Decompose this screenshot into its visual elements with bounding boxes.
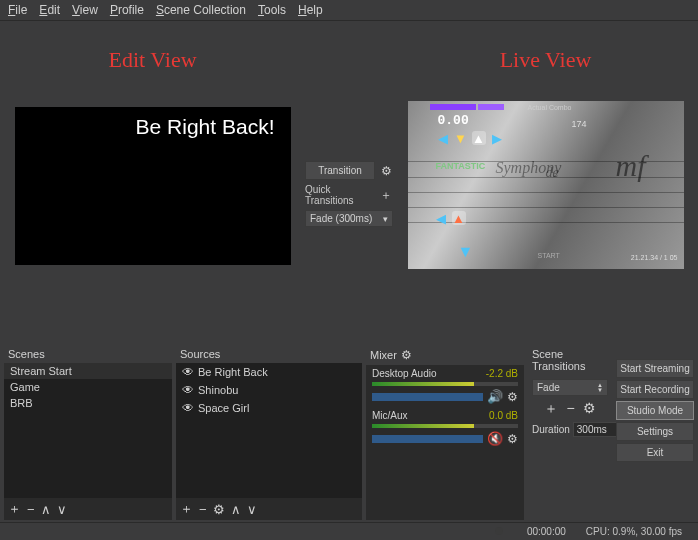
mixer-panel: Mixer⚙ Desktop Audio-2.2 dB 🔊⚙ Mic/Aux0.… bbox=[366, 345, 524, 520]
plus-icon[interactable]: ＋ bbox=[379, 188, 393, 202]
chevron-down-icon: ▾ bbox=[383, 214, 388, 224]
volume-slider[interactable] bbox=[372, 393, 483, 401]
menu-profile[interactable]: Profile bbox=[110, 3, 144, 17]
mixer-title: Mixer⚙ bbox=[366, 345, 524, 365]
controls-panel: Start Streaming Start Recording Studio M… bbox=[616, 345, 694, 520]
eye-icon[interactable]: 👁 bbox=[182, 401, 194, 415]
live-view-label: Live View bbox=[500, 47, 592, 73]
transition-settings-button[interactable]: ⚙ bbox=[583, 400, 596, 418]
quick-transition-value: Fade (300ms) bbox=[310, 213, 372, 224]
status-indicator bbox=[495, 526, 507, 537]
level-meter bbox=[372, 382, 518, 386]
channel-db: -2.2 dB bbox=[486, 368, 518, 379]
scene-transitions-panel: Scene Transitions Fade ▲▼ ＋ − ⚙ Duration… bbox=[528, 345, 612, 520]
eye-icon[interactable]: 👁 bbox=[182, 365, 194, 379]
preview-area: Edit View Be Right Back! Transition ⚙ Qu… bbox=[0, 21, 698, 343]
mixer-body: Desktop Audio-2.2 dB 🔊⚙ Mic/Aux0.0 dB 🔇⚙ bbox=[366, 365, 524, 520]
speaker-muted-icon[interactable]: 🔇 bbox=[487, 431, 503, 446]
move-down-button[interactable]: ∨ bbox=[247, 502, 257, 517]
add-scene-button[interactable]: ＋ bbox=[8, 500, 21, 518]
live-judgment: FANTASTIC bbox=[436, 161, 486, 171]
gear-icon[interactable]: ⚙ bbox=[401, 348, 412, 362]
channel-name: Desktop Audio bbox=[372, 368, 437, 379]
menu-scene-collection[interactable]: Scene Collection bbox=[156, 3, 246, 17]
duration-input[interactable] bbox=[573, 422, 619, 437]
source-settings-button[interactable]: ⚙ bbox=[213, 502, 225, 517]
transition-select[interactable]: Fade ▲▼ bbox=[532, 379, 608, 396]
live-score: 0.00 bbox=[438, 113, 469, 128]
chevron-updown-icon: ▲▼ bbox=[597, 383, 603, 393]
menu-tools[interactable]: Tools bbox=[258, 3, 286, 17]
edit-view-label: Edit View bbox=[108, 47, 196, 73]
settings-button[interactable]: Settings bbox=[616, 422, 694, 441]
arrow-down-icon: ▼ bbox=[454, 131, 468, 145]
exit-button[interactable]: Exit bbox=[616, 443, 694, 462]
scenes-list[interactable]: Stream Start Game BRB bbox=[4, 363, 172, 498]
remove-transition-button[interactable]: − bbox=[566, 400, 574, 418]
sources-list[interactable]: 👁Be Right Back 👁Shinobu 👁Space Girl bbox=[176, 363, 362, 498]
level-meter bbox=[372, 424, 518, 428]
edit-preview-column: Edit View Be Right Back! bbox=[0, 21, 305, 343]
live-receptors: ◀ ▼ ▲ ▶ bbox=[436, 131, 504, 145]
live-topbar: Actual Combo bbox=[528, 104, 572, 111]
add-transition-button[interactable]: ＋ bbox=[544, 400, 558, 418]
live-preview[interactable]: Actual Combo 0.00 174 ◀ ▼ ▲ ▶ FANTASTIC … bbox=[408, 101, 684, 269]
menu-edit[interactable]: Edit bbox=[39, 3, 60, 17]
volume-slider[interactable] bbox=[372, 435, 483, 443]
arrow-up-icon: ▲ bbox=[452, 211, 466, 225]
statusbar: 00:00:00 CPU: 0.9%, 30.00 fps bbox=[0, 522, 698, 540]
quick-transition-select[interactable]: Fade (300ms) ▾ bbox=[305, 210, 393, 227]
live-combo: 174 bbox=[572, 119, 587, 129]
menu-help[interactable]: Help bbox=[298, 3, 323, 17]
channel-name: Mic/Aux bbox=[372, 410, 408, 421]
status-time: 00:00:00 bbox=[527, 526, 566, 537]
edit-preview[interactable]: Be Right Back! bbox=[15, 107, 291, 265]
transition-column: Transition ⚙ Quick Transitions ＋ Fade (3… bbox=[305, 21, 393, 343]
speaker-icon[interactable]: 🔊 bbox=[487, 389, 503, 404]
live-preview-column: Live View Actual Combo 0.00 174 ◀ ▼ ▲ ▶ … bbox=[393, 21, 698, 343]
quick-transitions-label: Quick Transitions bbox=[305, 184, 375, 206]
eye-icon[interactable]: 👁 bbox=[182, 383, 194, 397]
scene-transitions-title: Scene Transitions bbox=[528, 345, 612, 375]
live-time: 21.21.34 / 1 05 bbox=[631, 254, 678, 261]
mixer-channel: Desktop Audio-2.2 dB 🔊⚙ bbox=[366, 365, 524, 407]
start-streaming-button[interactable]: Start Streaming bbox=[616, 359, 694, 378]
brb-text: Be Right Back! bbox=[136, 115, 275, 139]
remove-source-button[interactable]: − bbox=[199, 502, 207, 517]
arrow-left-icon: ◀ bbox=[436, 131, 450, 145]
studio-mode-button[interactable]: Studio Mode bbox=[616, 401, 694, 420]
transition-button[interactable]: Transition bbox=[305, 161, 375, 180]
duration-label: Duration bbox=[532, 424, 570, 435]
scene-item[interactable]: Stream Start bbox=[4, 363, 172, 379]
live-bg-text2: de bbox=[546, 165, 559, 181]
add-source-button[interactable]: ＋ bbox=[180, 500, 193, 518]
source-item[interactable]: 👁Be Right Back bbox=[176, 363, 362, 381]
move-up-button[interactable]: ∧ bbox=[41, 502, 51, 517]
mixer-channel: Mic/Aux0.0 dB 🔇⚙ bbox=[366, 407, 524, 449]
source-item[interactable]: 👁Space Girl bbox=[176, 399, 362, 417]
scene-item[interactable]: Game bbox=[4, 379, 172, 395]
source-item[interactable]: 👁Shinobu bbox=[176, 381, 362, 399]
move-up-button[interactable]: ∧ bbox=[231, 502, 241, 517]
arrow-down-icon: ▼ bbox=[458, 243, 474, 261]
menu-file[interactable]: File bbox=[8, 3, 27, 17]
live-bg-mf: mf bbox=[616, 149, 646, 183]
scenes-footer: ＋ − ∧ ∨ bbox=[4, 498, 172, 520]
gear-icon[interactable]: ⚙ bbox=[507, 390, 518, 404]
move-down-button[interactable]: ∨ bbox=[57, 502, 67, 517]
scene-item[interactable]: BRB bbox=[4, 395, 172, 411]
scenes-panel: Scenes Stream Start Game BRB ＋ − ∧ ∨ bbox=[4, 345, 172, 520]
sources-title: Sources bbox=[176, 345, 362, 363]
gear-icon[interactable]: ⚙ bbox=[379, 164, 393, 178]
start-recording-button[interactable]: Start Recording bbox=[616, 380, 694, 399]
menubar: File Edit View Profile Scene Collection … bbox=[0, 0, 698, 21]
status-cpu: CPU: 0.9%, 30.00 fps bbox=[586, 526, 682, 537]
gear-icon[interactable]: ⚙ bbox=[507, 432, 518, 446]
panels-row: Scenes Stream Start Game BRB ＋ − ∧ ∨ Sou… bbox=[0, 343, 698, 522]
remove-scene-button[interactable]: − bbox=[27, 502, 35, 517]
arrow-left-icon: ◀ bbox=[434, 211, 448, 225]
controls-body: Start Streaming Start Recording Studio M… bbox=[616, 359, 694, 462]
scene-transitions-body: Fade ▲▼ ＋ − ⚙ Duration ▲▼ bbox=[528, 375, 612, 441]
sources-panel: Sources 👁Be Right Back 👁Shinobu 👁Space G… bbox=[176, 345, 362, 520]
menu-view[interactable]: View bbox=[72, 3, 98, 17]
